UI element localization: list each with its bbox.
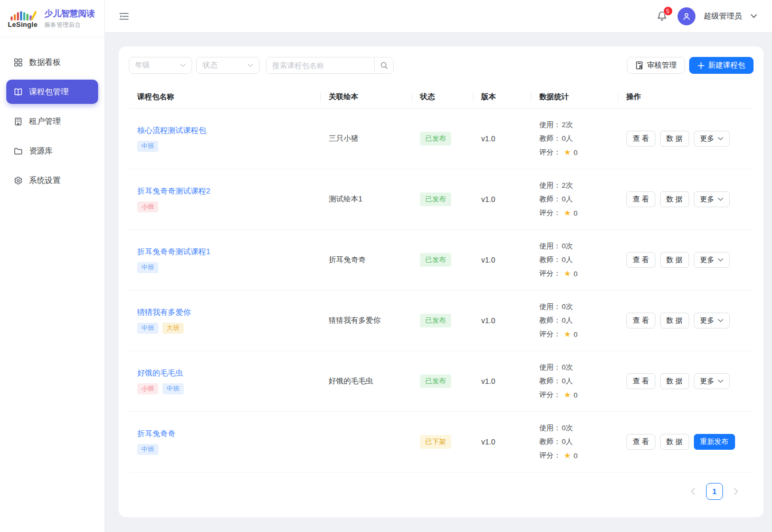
status-select[interactable]: 状态 xyxy=(196,57,260,74)
create-course-package-button[interactable]: 新建课程包 xyxy=(689,57,754,74)
course-package-card: 年级 状态 xyxy=(119,46,764,517)
grade-select[interactable]: 年级 xyxy=(129,57,192,74)
data-button[interactable]: 数 据 xyxy=(660,131,689,147)
stat-value: 0人 xyxy=(562,437,573,447)
notification-bell-icon[interactable]: 5 xyxy=(655,9,669,23)
package-name-link[interactable]: 猜猜我有多爱你 xyxy=(137,307,312,317)
search-icon[interactable] xyxy=(374,57,393,73)
filter-bar: 年级 状态 xyxy=(129,57,754,74)
grade-tag: 中班 xyxy=(137,262,158,273)
audit-button-label: 审核管理 xyxy=(647,61,676,70)
pagination-page-1[interactable]: 1 xyxy=(706,483,723,500)
stats-cell: 使用：0次教师：0人评分：★0 xyxy=(531,363,618,400)
data-button[interactable]: 数 据 xyxy=(660,252,689,268)
view-button[interactable]: 查 看 xyxy=(626,252,655,268)
search-box xyxy=(266,57,394,74)
grade-tag: 小班 xyxy=(137,201,158,212)
sidebar-item-2[interactable]: 租户管理 xyxy=(6,109,98,133)
package-name-link[interactable]: 好饿的毛毛虫 xyxy=(137,368,312,378)
table-header: 课程包名称关联绘本状态版本数据统计操作 xyxy=(129,85,754,109)
actions-cell: 查 看数 据更多 xyxy=(618,313,754,328)
stat-label: 教师： xyxy=(539,134,561,143)
sidebar-item-label: 资源库 xyxy=(29,146,53,156)
chevron-down-icon xyxy=(180,63,186,67)
view-button[interactable]: 查 看 xyxy=(626,313,655,328)
sidebar-item-label: 数据看板 xyxy=(29,57,61,67)
rating-stat: 评分：★0 xyxy=(539,330,609,339)
data-button[interactable]: 数 据 xyxy=(660,434,689,450)
view-button[interactable]: 查 看 xyxy=(626,434,655,450)
data-button[interactable]: 数 据 xyxy=(660,313,689,328)
star-icon: ★ xyxy=(564,148,571,157)
audit-management-button[interactable]: 审核管理 xyxy=(627,57,685,74)
user-menu-chevron-down-icon[interactable] xyxy=(750,14,757,18)
more-button[interactable]: 更多 xyxy=(694,313,730,328)
sidebar-item-0[interactable]: 数据看板 xyxy=(6,50,98,74)
republish-button[interactable]: 重新发布 xyxy=(694,434,735,450)
package-name-link[interactable]: 折耳兔奇奇测试课程2 xyxy=(137,186,312,196)
column-header-3: 版本 xyxy=(473,92,531,102)
package-name-link[interactable]: 核心流程测试课程包 xyxy=(137,125,312,136)
package-name-cell: 折耳兔奇奇中班 xyxy=(129,429,320,454)
version-cell: v1.0 xyxy=(473,438,531,446)
view-button[interactable]: 查 看 xyxy=(626,191,655,207)
package-name-cell: 折耳兔奇奇测试课程2小班 xyxy=(129,186,320,212)
stats-cell: 使用：0次教师：0人评分：★0 xyxy=(531,423,618,460)
search-input[interactable] xyxy=(266,57,374,73)
star-icon: ★ xyxy=(564,269,571,278)
package-name-link[interactable]: 折耳兔奇奇测试课程1 xyxy=(137,247,312,257)
stats-cell: 使用：0次教师：0人评分：★0 xyxy=(531,241,618,278)
package-name-cell: 核心流程测试课程包中班 xyxy=(129,125,320,151)
sidebar-item-1[interactable]: 课程包管理 xyxy=(6,80,98,104)
status-cell: 已发布 xyxy=(412,374,473,388)
version-cell: v1.0 xyxy=(473,377,531,385)
linked-book-cell: 好饿的毛毛虫 xyxy=(320,376,412,386)
pagination-prev-icon[interactable] xyxy=(685,483,701,499)
package-name-link[interactable]: 折耳兔奇奇 xyxy=(137,429,312,439)
current-user-name[interactable]: 超级管理员 xyxy=(704,11,742,21)
more-button[interactable]: 更多 xyxy=(694,131,730,147)
usage-stat: 使用：0次 xyxy=(539,241,609,251)
grade-tag: 中班 xyxy=(163,383,184,394)
stat-label: 评分： xyxy=(539,148,561,157)
table-row: 好饿的毛毛虫小班中班好饿的毛毛虫已发布v1.0使用：0次教师：0人评分：★0查 … xyxy=(129,351,754,412)
linked-book-cell: 测试绘本1 xyxy=(320,195,412,204)
sidebar-item-3[interactable]: 资源库 xyxy=(6,139,98,163)
sidebar-item-4[interactable]: 系统设置 xyxy=(6,168,98,192)
stat-label: 教师： xyxy=(539,376,561,386)
stats-cell: 使用：0次教师：0人评分：★0 xyxy=(531,302,618,339)
book-icon xyxy=(14,88,23,96)
column-header-4: 数据统计 xyxy=(531,92,618,102)
grade-tag: 中班 xyxy=(137,141,158,151)
table-row: 折耳兔奇奇中班已下架v1.0使用：0次教师：0人评分：★0查 看数 据重新发布 xyxy=(129,412,754,472)
pagination-next-icon[interactable] xyxy=(728,483,744,499)
collapse-sidebar-icon[interactable] xyxy=(117,9,131,24)
chevron-down-icon xyxy=(247,63,253,67)
stat-label: 评分： xyxy=(539,269,561,278)
data-button[interactable]: 数 据 xyxy=(660,373,689,389)
stat-value: 0人 xyxy=(562,134,573,143)
button-label: 更多 xyxy=(700,255,714,265)
teachers-stat: 教师：0人 xyxy=(539,376,609,386)
more-button[interactable]: 更多 xyxy=(694,191,730,207)
table-row: 折耳兔奇奇测试课程1中班折耳兔奇奇已发布v1.0使用：0次教师：0人评分：★0查… xyxy=(129,230,754,291)
column-header-5: 操作 xyxy=(618,92,754,102)
teachers-stat: 教师：0人 xyxy=(539,437,609,447)
view-button[interactable]: 查 看 xyxy=(626,131,655,147)
status-badge: 已发布 xyxy=(420,314,451,327)
usage-stat: 使用：0次 xyxy=(539,423,609,433)
status-badge: 已下架 xyxy=(420,435,451,449)
more-button[interactable]: 更多 xyxy=(694,252,730,268)
more-button[interactable]: 更多 xyxy=(694,373,730,389)
stat-value: 0人 xyxy=(562,255,573,265)
rating-stat: 评分：★0 xyxy=(539,390,609,400)
stat-value: 2次 xyxy=(562,181,573,190)
stat-value: 0 xyxy=(574,452,578,460)
view-button[interactable]: 查 看 xyxy=(626,373,655,389)
chevron-down-icon xyxy=(718,258,723,262)
data-button[interactable]: 数 据 xyxy=(660,191,689,207)
avatar[interactable] xyxy=(678,7,695,25)
button-label: 查 看 xyxy=(633,376,649,386)
stat-label: 使用： xyxy=(539,120,561,130)
audit-icon xyxy=(635,61,643,70)
